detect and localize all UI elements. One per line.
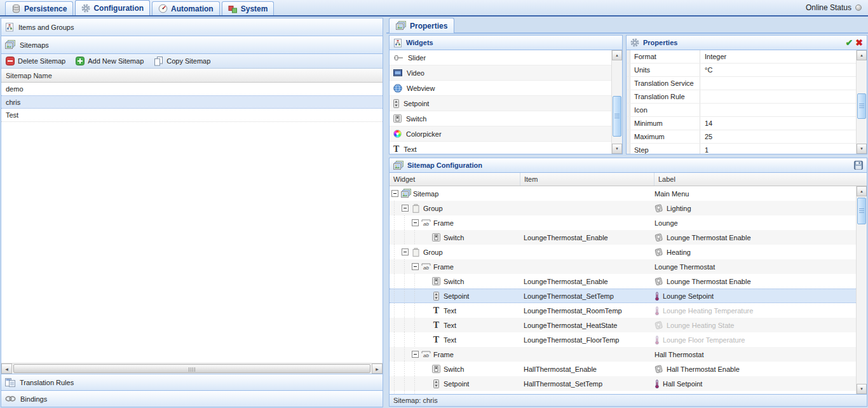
scroll-down-icon[interactable]: ▼: [857, 144, 867, 154]
tree-item-name: LoungeThermostat_HeatState: [524, 322, 617, 329]
thermometer-icon: [654, 306, 660, 315]
tree-row[interactable]: SetpointLoungeThermostat_SetTempLounge S…: [390, 289, 856, 303]
tree-widget-label: Group: [422, 205, 443, 212]
property-value[interactable]: 25: [705, 133, 712, 140]
sitemap-name-column-header[interactable]: Sitemap Name: [1, 69, 383, 83]
widget-item-label: Text: [403, 146, 416, 153]
setpoint-icon: [393, 99, 399, 108]
sitemap-toolbar: Delete Sitemap Add New Sitemap Copy Site…: [1, 54, 383, 69]
delete-sitemap-button[interactable]: Delete Sitemap: [6, 57, 65, 65]
horizontal-scroll-thumb[interactable]: [13, 364, 370, 373]
add-new-sitemap-button[interactable]: Add New Sitemap: [76, 57, 144, 65]
collapse-node-icon[interactable]: [412, 351, 419, 358]
property-row: Icon: [627, 104, 856, 117]
accordion-items-and-groups[interactable]: Items and Groups: [1, 18, 383, 36]
accordion-translation-rules[interactable]: Translation Rules: [1, 374, 383, 390]
property-name: Translation Rule: [634, 93, 685, 100]
property-value[interactable]: °C: [705, 66, 712, 74]
tree-row[interactable]: SwitchLoungeThermostat_EnableLounge Ther…: [390, 274, 856, 289]
tab-properties[interactable]: Properties: [389, 18, 454, 33]
column-header-item[interactable]: Item: [520, 173, 654, 186]
column-header-widget[interactable]: Widget: [390, 173, 520, 186]
copy-sitemap-button[interactable]: Copy Sitemap: [154, 57, 210, 66]
slider-icon: [393, 54, 403, 62]
tree-row[interactable]: abFrameLounge: [390, 215, 856, 230]
properties-scrollbar[interactable]: ▲ ▼: [856, 50, 867, 154]
tree-label-text: Main Menu: [654, 190, 689, 198]
accordion-sitemaps[interactable]: Sitemaps: [1, 36, 383, 54]
property-value[interactable]: Integer: [705, 53, 726, 60]
widget-item-webview[interactable]: Webview: [390, 81, 611, 96]
tree-row[interactable]: GroupLighting: [390, 201, 856, 215]
sitemap-list-empty-area: [1, 122, 383, 363]
properties-tab-label: Properties: [410, 22, 447, 31]
accordion-bindings[interactable]: Bindings: [1, 390, 383, 407]
sitemap-row-chris[interactable]: chris: [1, 95, 383, 109]
tree-label-text: Lighting: [667, 205, 691, 212]
tree-row[interactable]: SwitchLoungeThermostat_EnableLounge Ther…: [390, 230, 856, 245]
widgets-scrollbar[interactable]: ▲ ▼: [611, 50, 622, 154]
scroll-up-icon[interactable]: ▲: [857, 186, 867, 196]
tree-row[interactable]: SitemapMain Menu: [390, 186, 856, 201]
switch-item-icon: [654, 277, 663, 286]
tree-row[interactable]: abFrameLounge Thermostat: [390, 259, 856, 274]
tree-scrollbar[interactable]: ▲ ▼: [856, 186, 867, 394]
column-header-label[interactable]: Label: [654, 173, 867, 186]
translation-rules-label: Translation Rules: [20, 379, 74, 386]
gear-icon: [81, 4, 90, 13]
tree-row[interactable]: TTextLoungeThermostat_RoomTempLounge Hea…: [390, 303, 856, 318]
scroll-up-icon[interactable]: ▲: [857, 50, 867, 60]
scroll-up-icon[interactable]: ▲: [612, 50, 622, 60]
tab-automation[interactable]: Automation: [152, 1, 220, 15]
collapse-node-icon[interactable]: [402, 205, 409, 212]
collapse-node-icon[interactable]: [391, 190, 398, 197]
delete-icon: [6, 57, 15, 65]
tree-widget-label: Frame: [432, 219, 454, 227]
horizontal-scrollbar[interactable]: ◀ ▶: [1, 363, 383, 374]
widget-item-label: Slider: [408, 54, 426, 62]
collapse-node-icon[interactable]: [402, 248, 409, 255]
scroll-down-icon[interactable]: ▼: [612, 144, 622, 154]
property-value[interactable]: 14: [705, 119, 712, 127]
tree-row[interactable]: SwitchHallThermostat_EnableHall Thermost…: [390, 362, 856, 376]
scroll-left-icon[interactable]: ◀: [1, 364, 12, 374]
sitemap-row-demo[interactable]: demo: [1, 83, 383, 96]
properties-scroll-thumb[interactable]: [857, 93, 866, 119]
switch-icon: [432, 277, 440, 285]
tree-row[interactable]: TTextLoungeThermostat_FloorTempLounge Fl…: [390, 332, 856, 347]
tree-scroll-thumb[interactable]: [857, 198, 866, 224]
tree-row[interactable]: SetpointHallThermostat_SetTempHall Setpo…: [390, 376, 856, 391]
sitemap-row-label: demo: [6, 85, 24, 93]
tree-row[interactable]: TTextLoungeThermostat_HeatStateLounge He…: [390, 318, 856, 332]
widgets-scroll-thumb[interactable]: [613, 96, 621, 137]
video-icon: [393, 69, 402, 77]
tree-row[interactable]: abFrameHall Thermostat: [390, 347, 856, 362]
widget-item-colorpicker[interactable]: Colorpicker: [390, 126, 611, 142]
cancel-properties-button[interactable]: ✖: [855, 38, 863, 47]
widget-item-text[interactable]: TText: [390, 142, 611, 154]
widget-item-slider[interactable]: Slider: [390, 50, 611, 65]
widget-item-switch[interactable]: Switch: [390, 111, 611, 126]
tree-row[interactable]: GroupHeating: [390, 245, 856, 259]
scroll-down-icon[interactable]: ▼: [857, 384, 867, 394]
widget-item-setpoint[interactable]: Setpoint: [390, 96, 611, 111]
property-value[interactable]: 1: [705, 146, 709, 154]
widget-item-video[interactable]: Video: [390, 65, 611, 81]
save-sitemap-button[interactable]: [854, 161, 863, 170]
property-row: Units°C: [627, 64, 856, 77]
tab-persistence[interactable]: Persistence: [5, 1, 73, 15]
collapse-node-icon[interactable]: [412, 263, 419, 270]
tab-system[interactable]: System: [222, 1, 275, 15]
switch-item-icon: [654, 365, 663, 374]
sitemap-status-label: Sitemap: chris: [393, 397, 438, 404]
frame-node-icon: ab: [421, 219, 431, 227]
sitemap-row-test[interactable]: Test: [1, 109, 383, 122]
scroll-right-icon[interactable]: ▶: [372, 364, 383, 374]
horizontal-scroll-track[interactable]: [12, 364, 372, 374]
accept-properties-button[interactable]: ✔: [846, 38, 853, 47]
thermometer-icon: [654, 379, 660, 388]
tab-configuration[interactable]: Configuration: [75, 0, 150, 15]
collapse-node-icon[interactable]: [412, 219, 419, 226]
widget-item-label: Video: [407, 69, 424, 77]
setpoint-icon: [433, 379, 439, 388]
